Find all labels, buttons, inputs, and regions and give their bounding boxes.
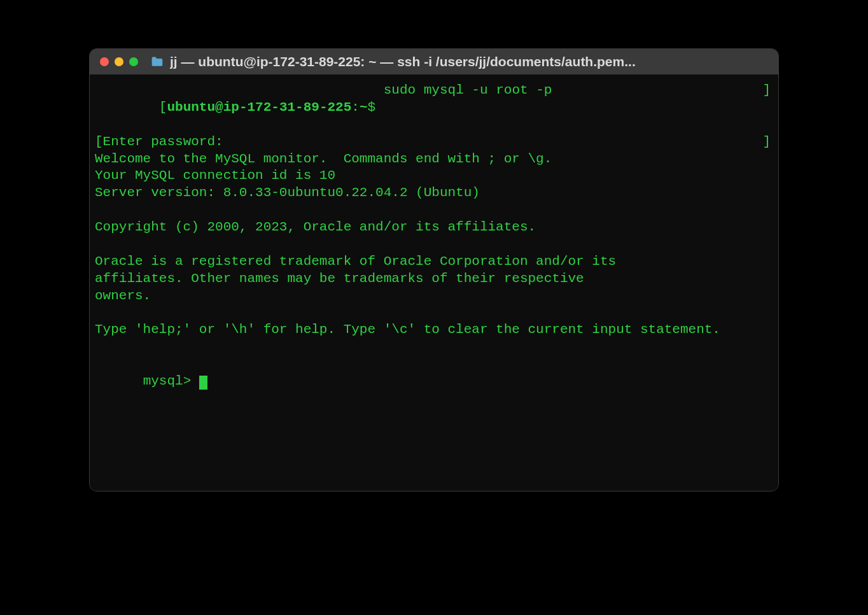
mysql-prompt: mysql> [143,374,199,388]
output-line: Oracle is a registered trademark of Orac… [95,253,773,271]
output-line: owners. [95,288,773,305]
output-line: Type 'help;' or '\h' for help. Type '\c'… [95,322,773,339]
minimize-button[interactable] [115,57,123,66]
maximize-button[interactable] [129,57,138,66]
output-line [95,202,773,219]
prompt-dollar: $ [368,100,384,115]
output-line: Your MySQL connection id is 10 [95,167,773,185]
shell-prompt-line: [ubuntu@ip-172-31-89-225:~$ sudo mysql -… [95,82,773,134]
terminal-body[interactable]: [ubuntu@ip-172-31-89-225:~$ sudo mysql -… [90,74,778,491]
output-line [95,304,773,322]
output-line: Welcome to the MySQL monitor. Commands e… [95,151,773,168]
close-button[interactable] [100,57,109,66]
output-line [95,339,773,356]
mysql-prompt-line[interactable]: mysql> [95,356,773,407]
cursor-icon [199,376,207,390]
prompt-close-bracket: ] [762,82,773,134]
line-open-bracket: [ [95,134,103,149]
titlebar[interactable]: jj — ubuntu@ip-172-31-89-225: ~ — ssh -i… [90,49,778,74]
folder-icon [151,56,164,67]
output-line [95,236,773,253]
window-title: jj — ubuntu@ip-172-31-89-225: ~ — ssh -i… [170,54,768,69]
output-line: affiliates. Other names may be trademark… [95,271,773,288]
traffic-lights [100,57,138,66]
line-close-bracket: ] [762,134,773,151]
prompt-colon: : [351,100,360,115]
output-text: Enter password: [103,134,763,151]
output-line: [ Enter password: ] [95,134,773,151]
prompt-path: ~ [360,100,368,115]
prompt-host: ip-172-31-89-225 [223,100,352,115]
terminal-window: jj — ubuntu@ip-172-31-89-225: ~ — ssh -i… [89,48,779,491]
prompt-user: ubuntu [167,100,215,115]
prompt-open-bracket: [ [159,100,167,115]
output-line: Copyright (c) 2000, 2023, Oracle and/or … [95,219,773,236]
output-line: Server version: 8.0.33-0ubuntu0.22.04.2 … [95,185,773,202]
prompt-at: @ [215,100,223,115]
command-text: sudo mysql -u root -p [384,82,763,134]
